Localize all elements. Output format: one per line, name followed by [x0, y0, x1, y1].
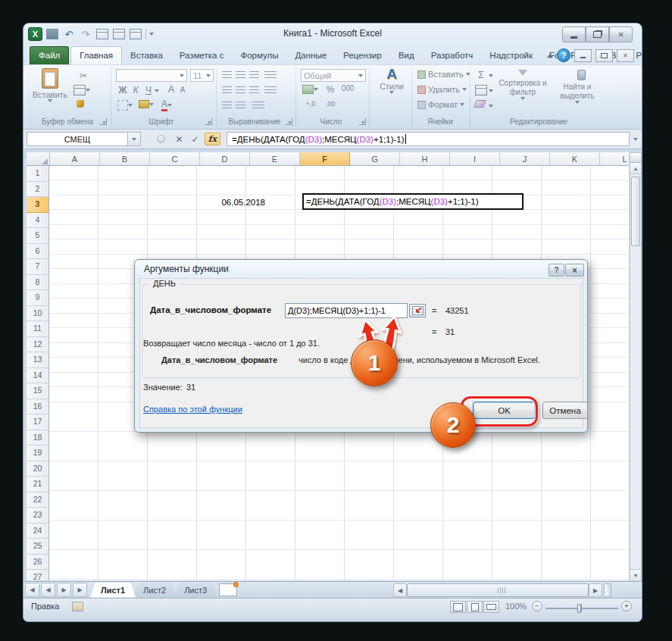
select-all-corner[interactable] [27, 152, 50, 166]
column-header[interactable]: E [250, 152, 300, 166]
dialog-help-icon[interactable]: ? [549, 264, 564, 277]
orientation-icon[interactable] [264, 71, 277, 79]
doc-close-button[interactable]: × [617, 49, 634, 62]
autosum-icon[interactable]: Σ [475, 69, 487, 80]
last-sheet-icon[interactable]: ▶ [73, 583, 87, 597]
prev-sheet-icon[interactable]: ◀ [41, 583, 55, 597]
bold-button[interactable]: Ж [117, 85, 128, 95]
align-left-icon[interactable] [222, 86, 232, 94]
ribbon-tab[interactable]: Данные [287, 47, 336, 64]
close-button[interactable]: × [609, 27, 633, 42]
scroll-right-icon[interactable]: ▶ [589, 583, 602, 597]
cancel-entry-icon[interactable]: ✕ [172, 133, 186, 145]
column-header[interactable]: G [350, 152, 400, 166]
tab-split-handle[interactable] [604, 583, 611, 597]
fill-color-icon[interactable] [139, 100, 154, 108]
help-icon[interactable]: ? [557, 48, 570, 62]
help-link[interactable]: Справка по этой функции [143, 405, 242, 414]
sheet-tab[interactable]: Лист2 [133, 583, 177, 598]
macro-record-icon[interactable] [72, 602, 83, 611]
align-bottom-icon[interactable] [249, 71, 259, 79]
grow-font-button[interactable]: А [166, 83, 177, 95]
accounting-format-icon[interactable] [302, 85, 318, 94]
expand-formula-bar-icon[interactable] [633, 138, 638, 141]
row-header[interactable]: 5 [27, 228, 48, 244]
row-header[interactable]: 12 [27, 337, 48, 353]
scroll-up-icon[interactable]: ▲ [630, 163, 641, 174]
page-break-view-icon[interactable] [483, 601, 499, 613]
name-box[interactable]: СМЕЩ [27, 132, 128, 146]
minimize-button[interactable] [562, 27, 586, 42]
ribbon-tab[interactable]: Формулы [232, 47, 286, 64]
cell-d3[interactable]: 06.05.2018 [220, 195, 268, 209]
column-header[interactable]: A [50, 152, 100, 166]
increase-decimal-button[interactable]: +,0 [302, 100, 319, 108]
row-header[interactable]: 25 [27, 539, 48, 555]
row-header[interactable]: 3 [27, 197, 48, 213]
column-header[interactable]: D [200, 152, 250, 166]
minimize-ribbon-icon[interactable] [547, 54, 553, 58]
zoom-slider-track[interactable] [545, 608, 618, 609]
column-header[interactable]: J [500, 152, 550, 166]
delete-cells-button[interactable]: Удалить [417, 85, 467, 94]
ribbon-tab[interactable]: Вставка [122, 47, 171, 64]
ribbon-tab[interactable]: Главная [70, 46, 122, 64]
column-header[interactable]: C [150, 152, 200, 166]
row-header[interactable]: 16 [27, 399, 48, 415]
decrease-decimal-button[interactable]: ,00 [322, 100, 339, 108]
row-header[interactable]: 18 [27, 430, 48, 446]
column-header[interactable]: K [550, 152, 600, 166]
restore-button[interactable] [586, 27, 609, 42]
format-painter-icon[interactable] [77, 100, 84, 108]
fill-icon[interactable] [475, 85, 487, 95]
row-header[interactable]: 6 [27, 244, 48, 260]
row-header[interactable]: 2 [27, 182, 48, 198]
dialog-close-icon[interactable]: × [565, 264, 584, 277]
vertical-scrollbar[interactable]: ▲ ▼ [630, 152, 642, 580]
normal-view-icon[interactable] [450, 601, 466, 613]
font-dialog-launcher-icon[interactable] [205, 118, 212, 125]
row-header[interactable]: 22 [27, 492, 48, 508]
row-header[interactable]: 15 [27, 383, 48, 399]
align-top-icon[interactable] [222, 71, 232, 79]
collapse-icon[interactable] [154, 133, 168, 145]
sheet-tab[interactable]: Лист1 [90, 583, 136, 598]
align-middle-icon[interactable] [236, 71, 245, 79]
row-header[interactable]: 23 [27, 508, 48, 524]
row-header[interactable]: 7 [27, 259, 48, 275]
row-header[interactable]: 24 [27, 524, 48, 539]
column-header[interactable]: F [300, 152, 350, 166]
row-header[interactable]: 11 [27, 321, 48, 337]
font-name-combo[interactable] [116, 69, 187, 82]
row-header[interactable]: 19 [27, 446, 48, 461]
cell-f3-edit-box[interactable]: =ДЕНЬ(ДАТА(ГОД(D3);МЕСЯЦ(D3)+1;1)-1) [302, 193, 524, 210]
name-box-dropdown-icon[interactable] [128, 132, 141, 146]
ribbon-tab[interactable]: Надстройк [481, 47, 541, 64]
copy-icon[interactable] [73, 85, 90, 95]
row-header[interactable]: 9 [27, 290, 48, 306]
formula-input[interactable]: =ДЕНЬ(ДАТА(ГОД(D3);МЕСЯЦ(D3)+1;1)-1) [227, 132, 630, 146]
ribbon-tab[interactable]: Вид [390, 47, 423, 64]
paste-button[interactable]: Вставить [33, 68, 67, 102]
zoom-in-icon[interactable]: + [621, 601, 632, 611]
align-center-icon[interactable] [236, 86, 245, 94]
wrap-text-icon[interactable] [252, 102, 264, 109]
sort-filter-button[interactable]: Сортировка и фильтр [498, 70, 548, 100]
row-header[interactable]: 14 [27, 368, 48, 384]
zoom-out-icon[interactable]: − [532, 601, 542, 611]
ribbon-tab[interactable]: Разработч [423, 47, 482, 64]
shrink-font-button[interactable]: А [178, 86, 187, 94]
ribbon-tab[interactable]: Файл [30, 46, 69, 64]
sheet-tab[interactable]: Лист3 [173, 583, 217, 598]
column-header[interactable]: L [600, 152, 629, 166]
row-header[interactable]: 1 [27, 166, 48, 182]
number-dialog-launcher-icon[interactable] [359, 118, 366, 125]
row-header[interactable]: 10 [27, 306, 48, 322]
insert-function-icon[interactable]: fx [205, 133, 220, 145]
row-header[interactable]: 4 [27, 213, 48, 229]
page-layout-view-icon[interactable] [467, 601, 483, 613]
doc-restore-button[interactable] [595, 49, 613, 62]
alignment-dialog-launcher-icon[interactable] [286, 118, 292, 125]
row-header[interactable]: 21 [27, 477, 48, 492]
font-size-combo[interactable]: 11 [190, 69, 214, 82]
